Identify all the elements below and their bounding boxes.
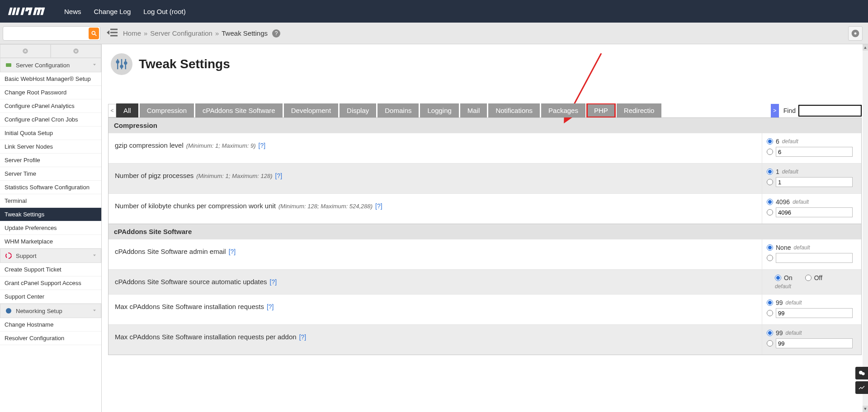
tab-php[interactable]: PHP [587,103,615,117]
menu-toggle-icon[interactable] [107,28,118,38]
sidebar-category[interactable]: Server Configuration [0,58,101,72]
sidebar-item[interactable]: Configure cPanel Cron Jobs [0,113,101,126]
radio-custom[interactable] [767,149,773,155]
top-navbar: News Change Log Log Out (root) [0,0,868,23]
svg-rect-10 [34,8,45,9]
collapse-up-icon[interactable] [0,44,51,58]
sidebar: Server ConfigurationBasic WebHost Manage… [0,44,102,412]
custom-value-input[interactable] [776,338,853,348]
crumb-category[interactable]: Server Configuration [150,29,212,37]
tabs-row: < AllCompressioncPAddons Site SoftwareDe… [108,103,862,117]
sidebar-item[interactable]: Tweak Settings [0,208,101,221]
crumb-home[interactable]: Home [123,29,141,37]
radio-default[interactable] [767,244,773,251]
tab-scroll-left[interactable]: < [108,104,116,117]
svg-point-27 [6,308,11,314]
scroll-down-icon[interactable]: ▼ [863,406,868,412]
radio-default[interactable] [767,169,773,175]
setting-row: gzip compression level(Minimum: 1; Maxim… [108,133,861,163]
category-label: Support [16,253,37,259]
help-link[interactable]: [?] [267,303,274,310]
sidebar-item[interactable]: Configure cPanel Analytics [0,99,101,113]
svg-point-25 [6,253,11,258]
stats-icon[interactable] [855,381,868,394]
sidebar-item[interactable]: Update Preferences [0,221,101,235]
custom-value-input[interactable] [776,207,853,217]
nav-news[interactable]: News [64,8,81,15]
help-icon[interactable]: ? [272,29,280,37]
feedback-icon[interactable] [855,367,868,379]
setting-control: 99 default [762,325,861,355]
radio-custom[interactable] [767,179,773,185]
help-link[interactable]: [?] [229,248,236,255]
custom-value-input[interactable] [776,147,853,157]
sidebar-item[interactable]: Support Center [0,290,101,304]
sidebar-category[interactable]: Networking Setup [0,304,101,318]
tab-mail[interactable]: Mail [460,103,487,117]
collapse-down-icon[interactable] [51,44,101,58]
sidebar-item[interactable]: Grant cPanel Support Access [0,276,101,290]
scroll-up-icon[interactable]: ▲ [863,44,868,51]
sidebar-item[interactable]: Create Support Ticket [0,263,101,276]
sidebar-item[interactable]: Server Time [0,167,101,181]
tab-redirectio[interactable]: Redirectio [617,103,662,117]
tab-compression[interactable]: Compression [140,103,194,117]
help-link[interactable]: [?] [275,172,283,179]
setting-label: Max cPAddons Site Software installation … [108,325,762,355]
tab-cpaddons-site-software[interactable]: cPAddons Site Software [195,103,283,117]
search-icon[interactable] [89,28,99,39]
radio-custom[interactable] [767,209,773,215]
radio-custom[interactable] [767,340,773,346]
tab-display[interactable]: Display [340,103,376,117]
chevron-down-icon [92,308,97,314]
help-link[interactable]: [?] [375,202,382,210]
setting-label: Max cPAddons Site Software installation … [108,295,762,324]
radio-default[interactable] [767,138,773,145]
sidebar-item[interactable]: Terminal [0,194,101,208]
sidebar-item[interactable]: Change Hostname [0,318,101,332]
radio-custom[interactable] [767,310,773,316]
tab-development[interactable]: Development [284,103,338,117]
nav-changelog[interactable]: Change Log [94,8,131,15]
sidebar-item[interactable]: Initial Quota Setup [0,126,101,140]
tab-scroll-right[interactable]: > [771,104,779,117]
tab-domains[interactable]: Domains [377,103,419,117]
setting-row: Number of pigz processes(Minimum: 1; Max… [108,163,861,193]
nav-logout[interactable]: Log Out (root) [143,8,185,15]
sidebar-item[interactable]: Resolver Configuration [0,332,101,345]
custom-value-input[interactable] [776,308,853,318]
sidebar-item[interactable]: Basic WebHost Manager® Setup [0,72,101,86]
tab-logging[interactable]: Logging [420,103,458,117]
sidebar-item[interactable]: Server Profile [0,154,101,167]
settings-gear-icon[interactable] [848,26,863,41]
svg-rect-23 [6,63,11,67]
tab-packages[interactable]: Packages [541,103,585,117]
sidebar-search[interactable] [3,26,100,41]
radio-default[interactable] [767,330,773,336]
radio-off[interactable] [805,275,811,281]
sidebar-category[interactable]: Support [0,248,101,263]
help-link[interactable]: [?] [299,333,307,341]
sidebar-search-input[interactable] [4,28,89,38]
sidebar-item[interactable]: WHM Marketplace [0,235,101,248]
sidebar-item[interactable]: Statistics Software Configuration [0,181,101,194]
find-input[interactable] [798,105,862,117]
main-scrollbar[interactable]: ▲ ▼ [863,44,868,412]
tab-notifications[interactable]: Notifications [488,103,540,117]
custom-value-input[interactable] [776,253,853,263]
radio-custom[interactable] [767,255,773,261]
custom-value-input[interactable] [776,177,853,187]
setting-label: cPAddons Site Software source automatic … [108,270,762,294]
chevron-down-icon [92,253,97,259]
radio-default[interactable] [767,199,773,205]
radio-on[interactable] [775,275,781,281]
radio-default[interactable] [767,300,773,306]
sidebar-item[interactable]: Change Root Password [0,86,101,99]
help-link[interactable]: [?] [270,278,277,286]
sidebar-item[interactable]: Link Server Nodes [0,140,101,154]
section-header: cPAddons Site Software [108,224,861,239]
section-header: Compression [108,118,861,133]
tab-all[interactable]: All [116,103,138,117]
sidebar-scroll[interactable]: Server ConfigurationBasic WebHost Manage… [0,58,101,412]
help-link[interactable]: [?] [259,142,266,149]
